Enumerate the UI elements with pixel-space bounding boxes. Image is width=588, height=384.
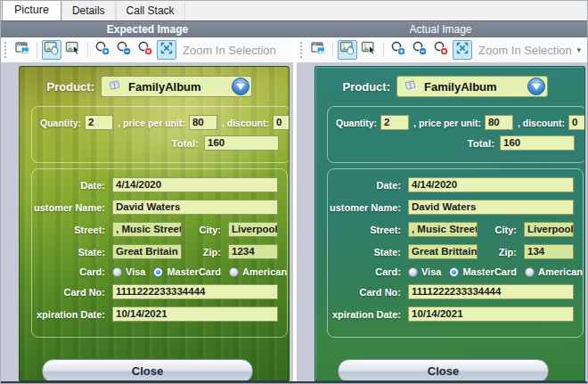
toolbar-grip[interactable] xyxy=(4,42,8,58)
bottom-border xyxy=(1,381,587,383)
quantity-input[interactable]: 2 xyxy=(85,115,113,130)
customer-name-label: ustomer Name: xyxy=(328,202,401,213)
select-mode-icon xyxy=(361,40,377,60)
zoom-reset-icon xyxy=(433,40,449,60)
panel-headers: Expected Image Actual Image xyxy=(1,20,587,37)
dropdown-arrow-icon xyxy=(532,84,541,90)
product-label: Product: xyxy=(20,80,94,94)
close-button[interactable]: Close xyxy=(42,359,253,382)
zoom-fit-button[interactable] xyxy=(453,40,472,60)
zip-input[interactable]: 1234 xyxy=(228,244,278,259)
expected-toolbar: Zoom In Selection xyxy=(1,37,293,62)
mastercard-radio-label: MasterCard xyxy=(462,266,517,277)
product-dropdown-button[interactable] xyxy=(232,78,249,95)
expected-panel: Zoom In Selection Product: FamilyAlbum xyxy=(1,37,293,384)
actual-image-header: Actual Image xyxy=(294,21,587,37)
zoom-out-icon xyxy=(116,40,132,60)
zoom-fit-button[interactable] xyxy=(157,40,176,60)
state-input[interactable]: Great Britain xyxy=(112,244,182,259)
city-label: City: xyxy=(478,225,517,235)
street-label: Street: xyxy=(328,225,401,235)
discount-label: , discount: xyxy=(222,118,269,128)
card-no-label: Card No: xyxy=(328,287,401,298)
city-input[interactable]: Liverpool xyxy=(524,222,574,237)
visa-radio[interactable] xyxy=(408,267,418,277)
discount-input[interactable]: 0 xyxy=(568,115,585,130)
zoom-in-button[interactable] xyxy=(388,40,408,60)
zoom-selection-label: Zoom In Selection xyxy=(183,44,276,57)
actual-image-canvas[interactable]: Product: FamilyAlbum Quantity: 2 , price… xyxy=(297,62,587,384)
street-label: Street: xyxy=(32,225,105,235)
customer-name-input[interactable]: David Waters xyxy=(408,200,574,215)
zoom-out-button[interactable] xyxy=(410,40,429,60)
zip-input[interactable]: 134 xyxy=(524,244,574,259)
zoom-reset-button[interactable] xyxy=(431,40,451,60)
price-label: , price per unit: xyxy=(118,118,185,128)
expected-image-canvas[interactable]: Product: FamilyAlbum Quantity: 2 , price… xyxy=(1,62,293,384)
tab-bar: Picture Details Call Stack xyxy=(1,1,587,20)
zip-label: Zip: xyxy=(182,247,221,257)
dropdown-arrow-icon xyxy=(236,84,245,90)
customer-name-input[interactable]: David Waters xyxy=(112,200,278,215)
amex-radio[interactable] xyxy=(229,267,239,277)
zoom-out-icon xyxy=(412,40,428,60)
discount-input[interactable]: 0 xyxy=(273,115,290,130)
total-input[interactable]: 160 xyxy=(204,135,279,151)
state-label: State: xyxy=(32,247,105,257)
expiration-date-input[interactable]: 10/14/2021 xyxy=(112,306,278,322)
close-button[interactable]: Close xyxy=(338,359,549,382)
street-input[interactable]: , Music Street xyxy=(112,222,182,237)
card-no-input[interactable]: 1111222233334444 xyxy=(408,284,574,299)
price-label: , price per unit: xyxy=(413,118,481,128)
zoom-reset-button[interactable] xyxy=(135,40,155,60)
price-input[interactable]: 80 xyxy=(189,115,217,130)
zoom-in-button[interactable] xyxy=(93,40,112,60)
tab-details[interactable]: Details xyxy=(61,2,116,20)
amex-radio[interactable] xyxy=(525,267,535,277)
mastercard-radio[interactable] xyxy=(449,267,459,277)
float-window-button[interactable] xyxy=(308,40,328,60)
customer-groupbox: Date: 4/14/2020 ustomer Name: David Wate… xyxy=(327,168,584,338)
toolbar-grip[interactable] xyxy=(300,42,304,58)
tab-picture[interactable]: Picture xyxy=(2,0,61,20)
select-mode-button[interactable] xyxy=(63,40,83,60)
pan-mode-button[interactable] xyxy=(42,40,61,60)
state-label: State: xyxy=(328,247,401,257)
visa-radio[interactable] xyxy=(112,267,122,277)
customer-groupbox: Date: 4/14/2020 ustomer Name: David Wate… xyxy=(31,168,288,338)
visa-radio-label: Visa xyxy=(421,266,441,277)
mastercard-radio-label: MasterCard xyxy=(167,266,221,277)
card-no-input[interactable]: 1111222233334444 xyxy=(112,284,278,299)
pan-mode-button[interactable] xyxy=(338,40,357,60)
expiration-date-input[interactable]: 10/14/2021 xyxy=(408,306,574,322)
total-label: Total: xyxy=(468,138,494,149)
price-input[interactable]: 80 xyxy=(485,115,513,130)
date-label: Date: xyxy=(32,180,105,191)
product-combobox[interactable]: FamilyAlbum xyxy=(101,76,252,97)
product-dropdown-button[interactable] xyxy=(527,78,545,95)
date-input[interactable]: 4/14/2020 xyxy=(112,177,278,192)
zoom-fit-icon xyxy=(159,40,175,60)
quantity-label: Quantity: xyxy=(40,118,81,128)
customer-name-label: ustomer Name: xyxy=(32,202,105,213)
float-window-button[interactable] xyxy=(12,40,32,60)
street-input[interactable]: , Music Street xyxy=(408,222,478,237)
product-combobox[interactable]: FamilyAlbum xyxy=(396,76,548,97)
tab-call-stack[interactable]: Call Stack xyxy=(116,2,185,20)
order-groupbox: Quantity: 2 , price per unit: 80 , disco… xyxy=(31,106,290,163)
select-mode-button[interactable] xyxy=(359,40,379,60)
quantity-input[interactable]: 2 xyxy=(380,115,409,130)
zoom-fit-icon xyxy=(454,40,470,60)
total-input[interactable]: 160 xyxy=(500,135,575,151)
zoom-out-button[interactable] xyxy=(114,40,134,60)
product-book-icon xyxy=(404,78,417,95)
state-input[interactable]: Great Brittain xyxy=(408,244,478,259)
city-input[interactable]: Liverpool xyxy=(228,222,278,237)
card-label: Card: xyxy=(328,266,401,277)
toolbar-overflow-button[interactable]: ▾ xyxy=(574,45,584,54)
float-window-icon xyxy=(14,40,30,60)
mastercard-radio[interactable] xyxy=(153,267,163,277)
product-book-icon xyxy=(108,78,121,95)
actual-panel: Zoom In Selection ▾ Product: FamilyAlbum xyxy=(297,37,587,384)
date-input[interactable]: 4/14/2020 xyxy=(408,177,574,192)
